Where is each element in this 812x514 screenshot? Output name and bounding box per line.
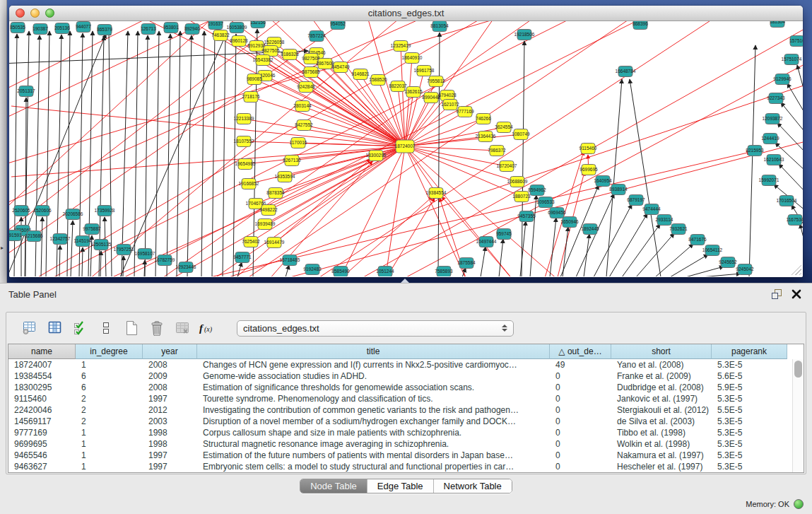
close-window-icon[interactable] bbox=[16, 8, 25, 18]
graph-node[interactable]: 8471676 bbox=[688, 235, 707, 245]
graph-node[interactable]: 746266 bbox=[476, 114, 491, 124]
graph-node[interactable]: 16914479 bbox=[264, 238, 285, 248]
table-row[interactable]: 946362711997Embryonic stem cells: a mode… bbox=[8, 461, 792, 472]
column-header-pagerank[interactable]: pagerank bbox=[712, 344, 787, 359]
tab-edge-table[interactable]: Edge Table bbox=[367, 479, 434, 493]
graph-node[interactable]: 16210643 bbox=[764, 155, 784, 165]
graph-node[interactable]: 7585893 bbox=[435, 267, 453, 277]
graph-node[interactable]: 9474444 bbox=[642, 204, 661, 215]
graph-node[interactable]: 8267130 bbox=[283, 156, 301, 166]
graph-node[interactable]: 12923448 bbox=[176, 262, 196, 273]
graph-node[interactable]: 126713 bbox=[141, 24, 156, 35]
graph-node[interactable]: 18724007 bbox=[395, 140, 416, 153]
graph-node[interactable]: 10497444 bbox=[476, 237, 497, 247]
graph-node[interactable]: 8960128 bbox=[230, 36, 248, 47]
create-column-button[interactable] bbox=[122, 319, 141, 337]
graph-node[interactable]: 6969456 bbox=[548, 208, 566, 218]
table-source-select[interactable]: citations_edges.txt bbox=[237, 320, 514, 337]
graph-node[interactable]: 8938914 bbox=[609, 185, 628, 195]
column-visibility-button[interactable] bbox=[46, 319, 64, 337]
graph-node[interactable]: 16782759 bbox=[155, 255, 175, 266]
graph-node[interactable]: 850535 bbox=[10, 23, 25, 33]
graph-node[interactable]: 9146821 bbox=[351, 69, 370, 80]
graph-node[interactable]: 181304 bbox=[770, 21, 785, 28]
graph-node[interactable]: 1170016 bbox=[290, 138, 307, 148]
table-row[interactable]: 1938455462009Genome-wide association stu… bbox=[8, 370, 792, 382]
graph-node[interactable]: 1362615 bbox=[404, 87, 423, 98]
graph-node[interactable]: 9245042 bbox=[736, 264, 754, 275]
graph-node[interactable]: 15992071 bbox=[759, 175, 779, 186]
tab-network-table[interactable]: Network Table bbox=[434, 479, 512, 493]
graph-node[interactable]: 1650946 bbox=[560, 217, 579, 228]
graph-node[interactable]: 16053809 bbox=[227, 23, 247, 33]
graph-node[interactable]: 19384554 bbox=[426, 188, 447, 199]
minimize-window-icon[interactable] bbox=[30, 8, 40, 18]
graph-node[interactable]: 9777169 bbox=[456, 107, 474, 117]
graph-node[interactable]: 9457771 bbox=[233, 252, 252, 263]
graph-node[interactable]: 157510 bbox=[789, 36, 803, 47]
graph-node[interactable]: 892940 bbox=[184, 24, 200, 35]
graph-node[interactable]: 16961758 bbox=[414, 66, 435, 76]
graph-node[interactable]: 1588520 bbox=[369, 75, 387, 86]
graph-node[interactable]: 9227343 bbox=[767, 93, 785, 104]
graph-node[interactable]: 12093872 bbox=[763, 114, 783, 124]
column-header-name[interactable]: name bbox=[8, 344, 76, 359]
graph-node[interactable]: 1892445 bbox=[581, 224, 599, 235]
graph-node[interactable]: 9975887 bbox=[83, 224, 101, 235]
graph-node[interactable]: 8878354 bbox=[266, 188, 285, 199]
graph-node[interactable]: 1096533 bbox=[536, 197, 555, 208]
graph-node[interactable]: 1215686 bbox=[25, 231, 43, 242]
graph-node[interactable]: 1051244 bbox=[376, 267, 394, 277]
graph-node[interactable]: 3624554 bbox=[495, 122, 513, 133]
graph-node[interactable]: 7463822 bbox=[211, 30, 230, 41]
graph-node[interactable]: 2803144 bbox=[293, 101, 312, 112]
graph-node[interactable]: 14353594 bbox=[275, 172, 295, 182]
graph-node[interactable]: 8813054 bbox=[430, 21, 449, 32]
splitter-handle-icon[interactable]: ▸ bbox=[1, 245, 4, 251]
graph-node[interactable]: 6879197 bbox=[627, 195, 645, 206]
graph-node[interactable]: 7955812 bbox=[427, 76, 445, 87]
graph-node[interactable]: 8215953 bbox=[746, 146, 764, 156]
graph-node[interactable]: 5875685 bbox=[302, 67, 320, 78]
graph-node[interactable]: 17016504 bbox=[777, 196, 797, 206]
graph-node[interactable]: 391591 bbox=[9, 230, 22, 241]
graph-node[interactable]: 944077 bbox=[76, 22, 91, 33]
graph-node[interactable]: 8585490 bbox=[331, 267, 350, 277]
close-panel-button[interactable] bbox=[789, 287, 804, 301]
left-splitter[interactable]: ▸ bbox=[0, 0, 7, 283]
graph-node[interactable]: 9245652 bbox=[719, 257, 737, 268]
graph-node[interactable]: 7857224 bbox=[307, 31, 326, 42]
graph-node[interactable]: 21364436 bbox=[476, 132, 496, 142]
graph-node[interactable]: 19654985 bbox=[235, 159, 256, 170]
column-header-out_de[interactable]: △ out_de… bbox=[550, 344, 611, 359]
graph-node[interactable]: 9115460 bbox=[579, 144, 597, 154]
graph-node[interactable]: 865379 bbox=[97, 25, 112, 35]
graph-node[interactable]: 2520605 bbox=[12, 206, 30, 216]
graph-node[interactable]: 1080749 bbox=[512, 129, 530, 140]
graph-node[interactable]: 9498222 bbox=[259, 205, 278, 216]
graph-node[interactable]: 15751074 bbox=[782, 54, 802, 65]
table-mode-button[interactable] bbox=[20, 319, 39, 337]
graph-node[interactable]: 12213389 bbox=[234, 114, 254, 124]
graph-node[interactable]: 9192483 bbox=[303, 264, 322, 275]
graph-node[interactable]: 10688609 bbox=[507, 177, 528, 187]
network-canvas[interactable]: 8505351903872051369440778653791267139538… bbox=[9, 21, 803, 276]
column-header-short[interactable]: short bbox=[611, 344, 712, 359]
graph-node[interactable]: 954052 bbox=[330, 21, 346, 30]
graph-node[interactable]: 989085 bbox=[247, 74, 262, 85]
column-header-in_degree[interactable]: in_degree bbox=[76, 344, 143, 359]
graph-node[interactable]: 1640954 bbox=[594, 176, 612, 187]
graph-node[interactable]: 9699695 bbox=[579, 165, 598, 175]
graph-node[interactable]: 7932621 bbox=[669, 224, 688, 235]
graph-node[interactable]: 8990448 bbox=[422, 93, 440, 103]
graph-node[interactable]: 8454749 bbox=[331, 62, 350, 73]
row-height-button[interactable] bbox=[97, 319, 115, 337]
graph-node[interactable]: 9129946 bbox=[773, 74, 792, 85]
table-scrollbar[interactable] bbox=[792, 359, 804, 472]
table-row[interactable]: 911546021997Tourette syndrome. Phenomeno… bbox=[8, 393, 792, 404]
graph-node[interactable]: 1880723 bbox=[512, 192, 531, 202]
graph-node[interactable]: 2051317 bbox=[17, 86, 35, 97]
table-row[interactable]: 1872400712008Changes of HCN gene express… bbox=[8, 359, 792, 370]
column-header-year[interactable]: year bbox=[143, 344, 197, 359]
table-row[interactable]: 2242004622012Investigating the contribut… bbox=[8, 404, 792, 416]
